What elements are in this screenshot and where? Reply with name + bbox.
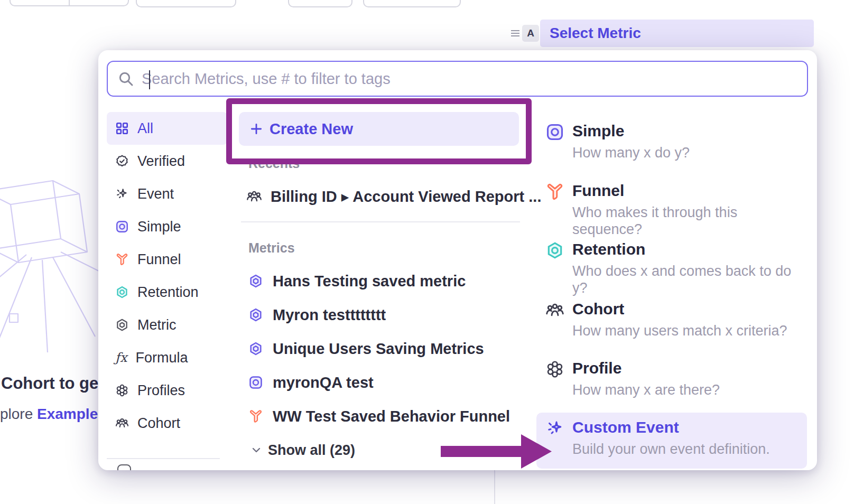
formula-fx-icon: ƒx: [115, 350, 127, 365]
metric-type-title: Retention: [572, 240, 807, 259]
funnel-icon: [115, 253, 129, 266]
search-icon: [117, 70, 134, 87]
metric-type-title: Funnel: [572, 181, 807, 200]
saved-metric-hexagon-icon: [248, 274, 263, 288]
app-canvas: 12M YTD Compare Day Line A Select Metric: [0, 0, 854, 504]
metric-type-funnel[interactable]: Funnel Who makes it through this sequenc…: [536, 176, 807, 232]
sidebar-item-profiles[interactable]: Profiles: [107, 374, 227, 407]
metrics-section-header: Metrics: [248, 240, 295, 256]
metric-type-text: Profile How many x are there?: [572, 359, 720, 409]
saved-metric-hexagon-icon: [248, 341, 263, 356]
granularity-label: Day: [308, 0, 333, 1]
metric-type-title: Simple: [572, 122, 690, 141]
sidebar-item-retention[interactable]: Retention: [107, 276, 227, 309]
chart-type-label: Line: [407, 0, 435, 1]
metric-type-cohort[interactable]: Cohort How many users match x criteria?: [536, 294, 807, 350]
metric-picker-dialog: All Verified Event Simple: [98, 50, 817, 470]
drag-handle-icon[interactable]: [509, 26, 522, 39]
sidebar-item-label: Cohort: [137, 415, 180, 432]
sidebar-item-label: Metric: [137, 317, 177, 333]
metric-type-title: Cohort: [572, 300, 787, 319]
sidebar-item-formula[interactable]: ƒx Formula: [107, 341, 227, 374]
range-12m-button[interactable]: 12M: [11, 0, 69, 5]
metric-type-simple[interactable]: Simple How many x do y?: [536, 116, 807, 172]
show-all-button[interactable]: Show all (29): [250, 438, 355, 462]
metric-type-text: Retention Who does x and comes back to d…: [572, 240, 807, 291]
compare-button[interactable]: Compare: [136, 0, 236, 7]
section-divider: [241, 221, 520, 222]
sidebar-item-label: Verified: [137, 153, 185, 170]
list-item[interactable]: Hans Testing saved metric: [248, 269, 510, 293]
metric-item-label: Unique Users Saving Metrics: [273, 340, 484, 358]
saved-metric-hexagon-icon: [248, 307, 263, 322]
metric-type-text: Funnel Who makes it through this sequenc…: [572, 181, 807, 232]
sidebar-partial-item-icon: [117, 464, 131, 470]
list-item[interactable]: WW Test Saved Behavior Funnel: [248, 405, 510, 428]
range-ytd-button[interactable]: YTD: [69, 0, 128, 5]
cohort-people-icon: [545, 301, 564, 320]
metric-type-custom-event[interactable]: Custom Event Build your own event defini…: [536, 413, 807, 469]
time-range-segment: 12M YTD: [10, 0, 129, 6]
sidebar-item-label: All: [137, 120, 153, 137]
funnel-icon: [545, 182, 564, 201]
metric-row-badge: A: [522, 25, 539, 42]
chart-type-button[interactable]: Line: [363, 0, 461, 7]
profiles-flower-icon: [115, 384, 129, 397]
metric-type-text: Simple How many x do y?: [572, 122, 690, 172]
sidebar-item-metric[interactable]: Metric: [107, 309, 227, 341]
sidebar-item-label: Simple: [137, 219, 181, 235]
empty-state-subtitle: plore Example R: [0, 406, 113, 423]
simple-metric-icon: [545, 123, 564, 142]
cohort-people-icon: [246, 189, 262, 204]
sidebar-item-label: Profiles: [137, 382, 185, 399]
metric-type-description: How many x do y?: [572, 144, 690, 161]
subtitle-text: plore: [0, 406, 37, 422]
verified-badge-icon: [115, 154, 129, 168]
sidebar-item-funnel[interactable]: Funnel: [107, 243, 227, 276]
sidebar-item-all[interactable]: All: [107, 112, 227, 145]
empty-state-title: Cohort to ge: [1, 374, 98, 393]
grid-icon: [115, 122, 129, 135]
metric-item-label: Hans Testing saved metric: [273, 273, 466, 290]
select-metric-label: Select Metric: [550, 25, 641, 42]
range-12m-label: 12M: [26, 0, 53, 2]
metric-type-profile[interactable]: Profile How many x are there?: [536, 353, 807, 409]
filter-sidebar: All Verified Event Simple: [107, 112, 227, 440]
saved-metrics-list: Hans Testing saved metric Myron testtttt…: [248, 269, 510, 428]
list-item[interactable]: Unique Users Saving Metrics: [248, 337, 510, 360]
list-item[interactable]: myronQA test: [248, 371, 510, 394]
retention-icon: [115, 285, 129, 299]
granularity-button[interactable]: Day: [288, 0, 352, 7]
search-field[interactable]: [107, 61, 808, 97]
metric-type-text: Cohort How many users match x criteria?: [572, 300, 787, 350]
profiles-flower-icon: [545, 360, 564, 379]
sidebar-item-label: Retention: [137, 284, 199, 301]
metric-hexagon-icon: [115, 318, 129, 332]
list-item[interactable]: Myron testttttttt: [248, 303, 510, 326]
select-metric-field[interactable]: Select Metric: [540, 20, 814, 47]
metric-type-description: Who makes it through this sequence?: [572, 204, 807, 238]
metric-type-description: Build your own event definition.: [572, 441, 770, 458]
recent-item-label: Billing ID ▸ Account Viewed Report ...: [271, 188, 541, 206]
sidebar-item-verified[interactable]: Verified: [107, 145, 227, 178]
metric-item-label: Myron testttttttt: [273, 306, 386, 324]
sidebar-item-cohort[interactable]: Cohort: [107, 407, 227, 440]
compare-label: Compare: [156, 0, 216, 1]
sidebar-item-event[interactable]: Event: [107, 178, 227, 210]
recent-item[interactable]: Billing ID ▸ Account Viewed Report ...: [246, 185, 541, 208]
metric-type-text: Custom Event Build your own event defini…: [572, 418, 770, 469]
sidebar-divider: [107, 458, 220, 459]
sidebar-item-simple[interactable]: Simple: [107, 210, 227, 243]
show-all-label: Show all (29): [268, 442, 355, 459]
sidebar-item-label: Funnel: [137, 251, 181, 268]
simple-metric-icon: [248, 375, 263, 390]
create-new-button[interactable]: Create New: [239, 112, 519, 146]
custom-event-sparkle-icon: [545, 419, 564, 438]
metric-item-label: WW Test Saved Behavior Funnel: [273, 408, 510, 425]
event-sparkle-icon: [115, 187, 129, 201]
metric-type-retention[interactable]: Retention Who does x and comes back to d…: [536, 235, 807, 291]
search-input[interactable]: [134, 70, 807, 88]
chevron-down-icon: [250, 444, 263, 456]
metric-type-description: How many users match x criteria?: [572, 322, 787, 339]
metric-item-label: myronQA test: [273, 374, 374, 391]
